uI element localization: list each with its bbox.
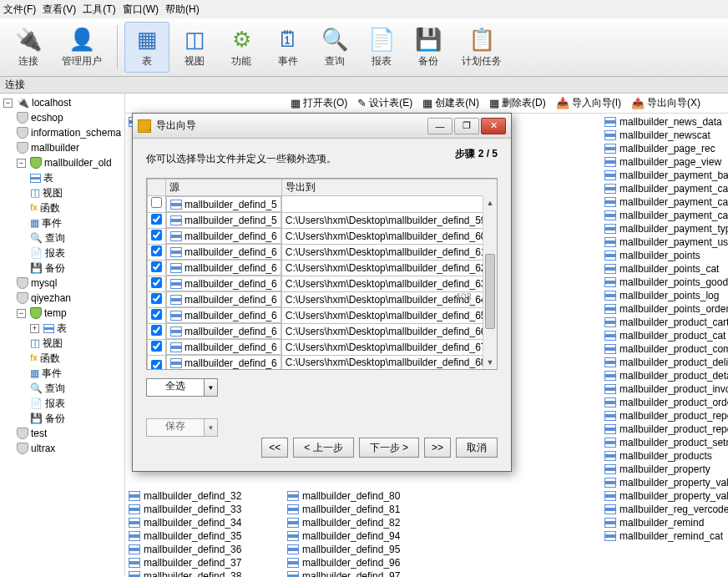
tool-func[interactable]: ⚙功能 xyxy=(220,22,263,73)
table-item[interactable]: mallbuilder_points xyxy=(601,249,728,262)
action-import[interactable]: 📥导入向导(I) xyxy=(556,96,621,110)
table-item[interactable]: mallbuilder_payment_cashp xyxy=(601,209,728,222)
action-create[interactable]: ▦创建表(N) xyxy=(422,96,479,110)
table-item[interactable]: mallbuilder_product_report xyxy=(601,409,728,423)
table-item[interactable]: mallbuilder_news_data xyxy=(601,115,728,129)
table-item[interactable]: mallbuilder_product_detail xyxy=(601,369,728,382)
tool-views[interactable]: ◫视图 xyxy=(173,22,216,73)
table-item[interactable]: mallbuilder_product_comme xyxy=(601,342,728,356)
table-item[interactable]: mallbuilder_points_order xyxy=(601,302,728,316)
action-design[interactable]: ✎设计表(E) xyxy=(357,96,412,110)
table-item[interactable]: mallbuilder_remind_cat xyxy=(601,529,728,543)
tree-backup[interactable]: 💾备份 xyxy=(2,261,123,276)
action-export[interactable]: 📤导出向导(X) xyxy=(631,96,700,110)
select-all-button[interactable]: 全选 ▼ xyxy=(146,378,218,397)
export-row[interactable]: mallbuilder_defind_5C:\Users\hxm\Desktop… xyxy=(148,212,498,228)
table-item[interactable]: mallbuilder_product_setme xyxy=(601,436,728,449)
close-button[interactable]: ✕ xyxy=(481,118,506,134)
export-row[interactable]: mallbuilder_defind_6C:\Users\hxm\Desktop… xyxy=(148,291,498,307)
action-delete[interactable]: ▦删除表(D) xyxy=(489,96,546,110)
table-item[interactable]: mallbuilder_page_view xyxy=(601,155,728,169)
tree-db[interactable]: information_schema xyxy=(2,125,123,140)
tree-views[interactable]: ◫视图 xyxy=(2,336,123,351)
collapse-icon[interactable]: − xyxy=(17,309,26,318)
table-item[interactable]: mallbuilder_reg_vercode xyxy=(601,503,728,516)
last-button[interactable]: >> xyxy=(424,438,451,458)
row-dest[interactable]: C:\Users\hxm\Desktop\mallbuilder_defind_… xyxy=(281,244,498,260)
tree-db-expanded[interactable]: −mallbuilder_old xyxy=(2,155,123,170)
menu-window[interactable]: 窗口(W) xyxy=(123,3,159,17)
table-item[interactable]: mallbuilder_defind_97 xyxy=(284,569,442,577)
minimize-button[interactable]: — xyxy=(427,118,452,134)
tree-views[interactable]: ◫视图 xyxy=(2,185,123,200)
scrollbar[interactable]: ▲ ▼ xyxy=(483,195,497,369)
tree-temp[interactable]: −temp xyxy=(2,306,123,321)
tree-func[interactable]: fx函数 xyxy=(2,351,123,366)
row-checkbox[interactable] xyxy=(151,277,162,288)
row-checkbox[interactable] xyxy=(151,325,162,336)
table-item[interactable]: mallbuilder_defind_35 xyxy=(125,529,284,543)
row-checkbox[interactable] xyxy=(151,341,162,352)
row-dest[interactable]: C:\Users\hxm\Desktop\mallbuilder_defind_… xyxy=(281,355,498,370)
menu-tools[interactable]: 工具(T) xyxy=(83,3,115,17)
table-item[interactable]: mallbuilder_points_log xyxy=(601,289,728,302)
row-checkbox[interactable] xyxy=(151,214,162,225)
tree-query[interactable]: 🔍查询 xyxy=(2,230,123,245)
first-button[interactable]: << xyxy=(261,438,288,458)
table-item[interactable]: mallbuilder_defind_37 xyxy=(125,556,284,569)
tree-db[interactable]: mysql xyxy=(2,276,123,291)
table-item[interactable]: mallbuilder_defind_36 xyxy=(125,543,284,556)
table-item[interactable]: mallbuilder_product_cat xyxy=(601,329,728,342)
export-row[interactable]: mallbuilder_defind_6C:\Users\hxm\Desktop… xyxy=(148,339,498,355)
row-checkbox[interactable] xyxy=(151,293,162,304)
row-checkbox[interactable] xyxy=(151,230,162,240)
tool-backup[interactable]: 💾备份 xyxy=(407,22,450,73)
table-item[interactable]: mallbuilder_product_cart xyxy=(601,316,728,329)
table-item[interactable]: mallbuilder_product_deliver xyxy=(601,356,728,369)
row-checkbox[interactable] xyxy=(151,197,162,208)
row-dest[interactable]: C:\Users\hxm\Desktop\mallbuilder_defind_… xyxy=(281,323,498,339)
table-item[interactable]: mallbuilder_product_order xyxy=(601,396,728,409)
export-row[interactable]: mallbuilder_defind_6C:\Users\hxm\Desktop… xyxy=(148,307,498,323)
tree-query[interactable]: 🔍查询 xyxy=(2,381,123,396)
row-checkbox[interactable] xyxy=(151,261,162,272)
table-item[interactable]: mallbuilder_defind_32 xyxy=(125,489,284,503)
export-row[interactable]: mallbuilder_defind_6C:\Users\hxm\Desktop… xyxy=(148,323,498,339)
dialog-titlebar[interactable]: 导出向导 — ❐ ✕ xyxy=(133,114,511,139)
tool-users[interactable]: 👤管理用户 xyxy=(53,22,110,73)
table-item[interactable]: mallbuilder_defind_33 xyxy=(125,503,284,516)
tree-tables[interactable]: 表 xyxy=(2,170,123,185)
export-row[interactable]: mallbuilder_defind_6C:\Users\hxm\Desktop… xyxy=(148,244,498,260)
tree-report[interactable]: 📄报表 xyxy=(2,245,123,261)
row-dest[interactable]: C:\Users\hxm\Desktop\mallbuilder_defind_… xyxy=(281,276,498,291)
table-item[interactable]: mallbuilder_points_goods xyxy=(601,276,728,289)
row-dest[interactable]: C:\Users\hxm\Desktop\mallbuilder_defind_… xyxy=(281,307,498,323)
action-open[interactable]: ▦打开表(O) xyxy=(291,96,347,110)
row-checkbox[interactable] xyxy=(151,309,162,320)
menu-view[interactable]: 查看(V) xyxy=(43,3,76,17)
row-checkbox[interactable] xyxy=(151,245,162,256)
tree-report[interactable]: 📄报表 xyxy=(2,396,123,411)
scroll-down-icon[interactable]: ▼ xyxy=(483,355,497,369)
maximize-button[interactable]: ❐ xyxy=(454,118,479,134)
tree-backup[interactable]: 💾备份 xyxy=(2,411,123,426)
export-row[interactable]: mallbuilder_defind_6C:\Users\hxm\Desktop… xyxy=(148,276,498,291)
menu-help[interactable]: 帮助(H) xyxy=(165,3,200,17)
tree-db[interactable]: qiyezhan xyxy=(2,291,123,306)
row-dest[interactable] xyxy=(281,196,498,213)
tree-db[interactable]: ecshop xyxy=(2,110,123,125)
tool-events[interactable]: 🗓事件 xyxy=(266,22,310,73)
collapse-icon[interactable]: − xyxy=(17,159,26,168)
table-item[interactable]: mallbuilder_defind_34 xyxy=(125,516,284,529)
expand-icon[interactable]: + xyxy=(30,324,39,333)
table-item[interactable]: mallbuilder_defind_81 xyxy=(284,503,442,516)
export-row[interactable]: mallbuilder_defind_6C:\Users\hxm\Desktop… xyxy=(148,355,498,370)
table-item[interactable]: mallbuilder_property xyxy=(601,463,728,476)
tree-db[interactable]: mallbuilder xyxy=(2,140,123,155)
table-item[interactable]: mallbuilder_products xyxy=(601,449,728,463)
table-item[interactable]: mallbuilder_payment_user xyxy=(601,235,728,249)
row-checkbox[interactable] xyxy=(151,360,162,370)
table-item[interactable]: mallbuilder_product_report xyxy=(601,423,728,436)
tool-report[interactable]: 📄报表 xyxy=(360,22,403,73)
col-source[interactable]: 源 xyxy=(166,180,282,196)
